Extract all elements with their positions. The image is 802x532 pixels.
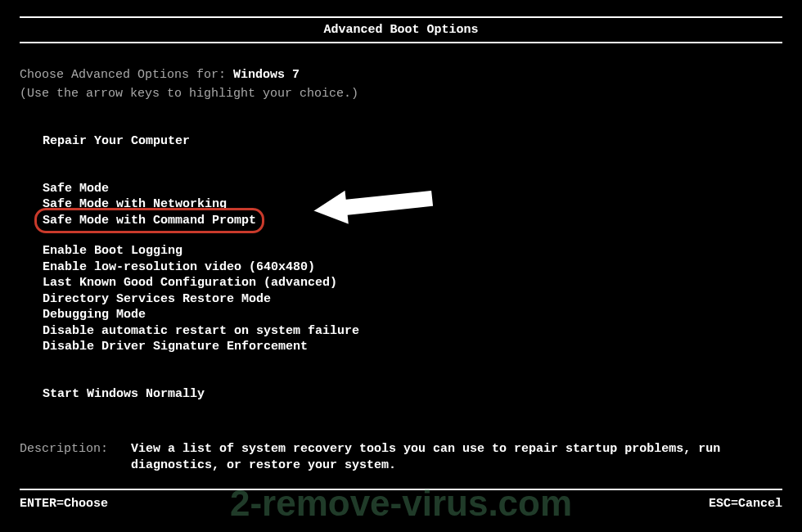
description-label: Description:	[20, 441, 108, 475]
menu-item-safe-mode[interactable]: Safe Mode	[43, 181, 109, 197]
footer-bar: ENTER=Choose ESC=Cancel	[20, 489, 782, 511]
menu-item-low-res[interactable]: Enable low-resolution video (640x480)	[43, 259, 315, 276]
os-name: Windows 7	[233, 68, 300, 82]
menu-item-start-normally[interactable]: Start Windows Normally	[43, 386, 205, 403]
menu-item-repair[interactable]: Repair Your Computer	[43, 133, 190, 150]
footer-enter: ENTER=Choose	[20, 497, 108, 511]
choose-advanced-line: Choose Advanced Options for: Windows 7	[20, 66, 782, 83]
hint-line: (Use the arrow keys to highlight your ch…	[20, 85, 782, 102]
menu-item-ds-restore[interactable]: Directory Services Restore Mode	[43, 291, 271, 308]
menu-item-debugging[interactable]: Debugging Mode	[43, 307, 146, 323]
highlighted-item-wrap: Safe Mode with Command Prompt	[43, 213, 256, 229]
description-block: Description: View a list of system recov…	[20, 441, 782, 475]
menu-item-boot-logging[interactable]: Enable Boot Logging	[43, 243, 182, 259]
menu-item-safe-mode-networking[interactable]: Safe Mode with Networking	[43, 196, 227, 213]
choose-prefix: Choose Advanced Options for:	[20, 68, 233, 82]
description-text: View a list of system recovery tools you…	[131, 441, 782, 475]
menu-item-safe-mode-cmd[interactable]: Safe Mode with Command Prompt	[43, 213, 256, 229]
title-bar: Advanced Boot Options	[20, 16, 782, 43]
menu-item-last-known-good[interactable]: Last Known Good Configuration (advanced)	[43, 275, 337, 291]
menu-item-disable-auto-restart[interactable]: Disable automatic restart on system fail…	[43, 323, 359, 340]
menu-item-disable-driver-sig[interactable]: Disable Driver Signature Enforcement	[43, 339, 308, 355]
footer-esc: ESC=Cancel	[709, 497, 782, 511]
boot-menu: Repair Your Computer Safe Mode Safe Mode…	[20, 133, 782, 402]
page-title: Advanced Boot Options	[323, 23, 478, 37]
